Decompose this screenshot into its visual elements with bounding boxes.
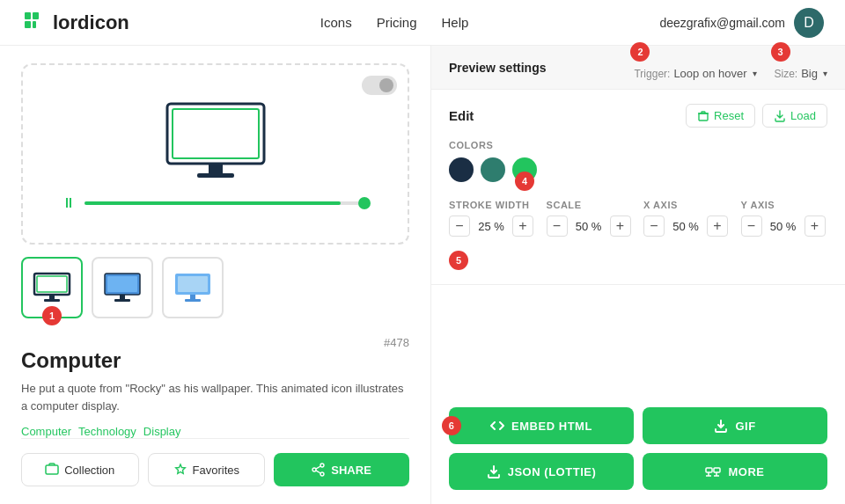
reset-button[interactable]: Reset bbox=[686, 104, 755, 128]
tag-display[interactable]: Display bbox=[143, 425, 181, 438]
code-icon bbox=[490, 419, 504, 433]
load-button[interactable]: Load bbox=[762, 104, 827, 128]
stroke-width-group: STROKE WIDTH − 25 % + 5 bbox=[449, 200, 536, 270]
download-json-icon bbox=[487, 464, 501, 478]
yaxis-control: − 50 % + bbox=[741, 215, 828, 237]
size-label: Size: bbox=[775, 68, 798, 80]
more-button[interactable]: MORE bbox=[643, 453, 827, 490]
gif-button[interactable]: GIF bbox=[643, 407, 827, 444]
main-nav: Icons Pricing Help bbox=[320, 15, 469, 30]
colors-section: COLORS 4 bbox=[449, 140, 827, 182]
badge-4: 4 bbox=[515, 172, 534, 191]
svg-rect-27 bbox=[706, 468, 712, 472]
monitor-illustration bbox=[158, 97, 273, 185]
svg-point-23 bbox=[312, 468, 316, 471]
colors-label: COLORS bbox=[449, 140, 827, 150]
user-email: deezgrafix@gmail.com bbox=[659, 16, 785, 30]
xaxis-control: − 50 % + bbox=[643, 215, 731, 237]
color-swatches: 4 bbox=[449, 157, 827, 182]
variant-color-blue[interactable] bbox=[92, 257, 153, 318]
trigger-label: Trigger: bbox=[634, 68, 670, 80]
svg-rect-2 bbox=[25, 21, 31, 28]
download-row-1: 6 EMBED HTML GIF bbox=[449, 407, 827, 444]
color-swatch-3[interactable]: 4 bbox=[512, 157, 537, 182]
left-panel: ⏸ 1 bbox=[0, 46, 431, 504]
icon-preview-box: ⏸ bbox=[21, 63, 409, 245]
svg-rect-26 bbox=[699, 113, 708, 121]
variant-thumbnails: 1 bbox=[21, 257, 409, 318]
stroke-plus[interactable]: + bbox=[512, 215, 533, 237]
yaxis-label: Y AXIS bbox=[741, 200, 828, 210]
favorites-button[interactable]: Favorites bbox=[148, 453, 266, 486]
variant-outline-icon bbox=[33, 272, 71, 303]
logo[interactable]: lordicon bbox=[21, 11, 129, 35]
load-label: Load bbox=[790, 109, 816, 122]
scale-minus[interactable]: − bbox=[547, 215, 568, 237]
variant-outline[interactable]: 1 bbox=[21, 257, 83, 318]
yaxis-plus[interactable]: + bbox=[805, 215, 826, 237]
color-swatch-1[interactable] bbox=[449, 157, 474, 182]
logo-icon bbox=[21, 11, 46, 35]
tag-technology[interactable]: Technology bbox=[78, 425, 136, 438]
svg-rect-9 bbox=[37, 276, 67, 292]
load-icon bbox=[774, 110, 786, 122]
svg-rect-14 bbox=[120, 295, 125, 299]
scale-group: SCALE − 50 % + bbox=[547, 200, 634, 270]
xaxis-minus[interactable]: − bbox=[643, 215, 665, 237]
svg-rect-19 bbox=[185, 299, 201, 302]
edit-action-buttons: Reset Load bbox=[686, 104, 827, 128]
settings-controls: 2 Trigger: Loop on hover ▾ 3 Size: Big ▾ bbox=[634, 55, 827, 80]
size-value: Big bbox=[801, 67, 818, 80]
color-swatch-2[interactable] bbox=[481, 157, 505, 182]
xaxis-plus[interactable]: + bbox=[707, 215, 728, 237]
svg-rect-3 bbox=[33, 21, 36, 28]
tags-list: Computer Technology Display bbox=[21, 425, 409, 438]
yaxis-value: 50 % bbox=[768, 220, 799, 233]
nav-help[interactable]: Help bbox=[442, 15, 469, 30]
svg-rect-15 bbox=[114, 299, 130, 302]
svg-point-22 bbox=[320, 472, 324, 476]
icon-info: Computer #478 He put a quote from "Rocky… bbox=[21, 331, 409, 414]
variant-blue-icon bbox=[103, 272, 142, 303]
gif-label: GIF bbox=[735, 420, 755, 433]
embed-html-button[interactable]: 6 EMBED HTML bbox=[449, 407, 634, 444]
variant-solid-icon bbox=[173, 272, 212, 303]
favorites-label: Favorites bbox=[193, 464, 239, 477]
preview-toggle[interactable] bbox=[362, 76, 397, 95]
json-lottie-label: JSON (LOTTIE) bbox=[508, 465, 597, 478]
svg-rect-10 bbox=[49, 295, 55, 299]
badge-2: 2 bbox=[630, 42, 650, 62]
size-chevron: ▾ bbox=[823, 69, 827, 78]
xaxis-group: X AXIS − 50 % + bbox=[643, 200, 731, 270]
xaxis-value: 50 % bbox=[670, 220, 702, 233]
avatar[interactable]: D bbox=[794, 8, 824, 38]
icon-description: He put a quote from "Rocky" as his wallp… bbox=[21, 380, 409, 414]
variant-solid-blue[interactable] bbox=[162, 257, 224, 318]
trash-icon bbox=[697, 110, 709, 122]
scale-label: SCALE bbox=[547, 200, 634, 210]
seek-bar[interactable] bbox=[84, 201, 370, 205]
tag-computer[interactable]: Computer bbox=[21, 425, 71, 438]
reset-label: Reset bbox=[714, 109, 744, 122]
trigger-chevron: ▾ bbox=[753, 69, 757, 78]
size-control[interactable]: 3 Size: Big ▾ bbox=[775, 55, 827, 80]
pause-button[interactable]: ⏸ bbox=[62, 195, 76, 211]
svg-line-24 bbox=[316, 466, 320, 469]
collection-button[interactable]: Collection bbox=[21, 453, 139, 486]
badge-1: 1 bbox=[42, 306, 62, 325]
badge-5: 5 bbox=[449, 251, 468, 270]
stroke-minus[interactable]: − bbox=[449, 215, 470, 237]
json-lottie-button[interactable]: JSON (LOTTIE) bbox=[449, 453, 634, 490]
share-button[interactable]: SHARE bbox=[274, 453, 409, 486]
nav-pricing[interactable]: Pricing bbox=[377, 15, 417, 30]
nav-icons[interactable]: Icons bbox=[320, 15, 352, 30]
scale-plus[interactable]: + bbox=[610, 215, 631, 237]
yaxis-minus[interactable]: − bbox=[741, 215, 762, 237]
download-gif-icon bbox=[714, 419, 728, 433]
trigger-control[interactable]: 2 Trigger: Loop on hover ▾ bbox=[634, 55, 756, 80]
header-right: deezgrafix@gmail.com D bbox=[659, 8, 824, 38]
sliders-row: STROKE WIDTH − 25 % + 5 SCALE bbox=[449, 200, 827, 270]
svg-rect-7 bbox=[197, 173, 234, 178]
preview-settings-title: Preview settings bbox=[449, 61, 547, 75]
right-panel: Preview settings 2 Trigger: Loop on hove… bbox=[431, 46, 845, 504]
